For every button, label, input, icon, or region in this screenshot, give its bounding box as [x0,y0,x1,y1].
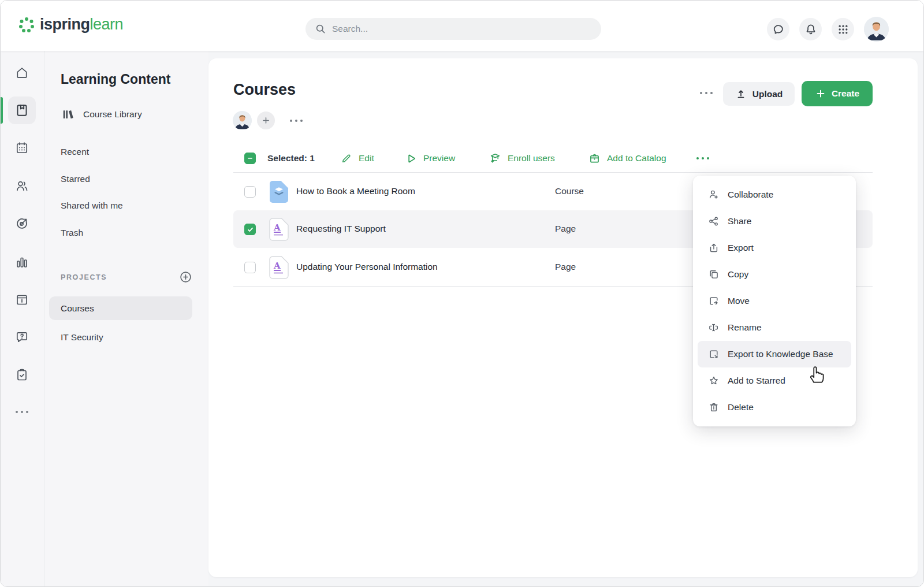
collaborators-more-button[interactable] [286,116,306,125]
ellipsis-icon [16,411,28,413]
notifications-button[interactable] [799,18,822,40]
preview-label: Preview [423,153,455,164]
add-project-button[interactable] [179,270,192,284]
sidebar-item-course-library[interactable]: Course Library [62,108,142,121]
app-window: ispringlearn Search... [0,0,924,587]
rail-item-tasks[interactable] [9,362,35,388]
enroll-users-icon [489,152,501,165]
row-checkbox[interactable] [244,186,256,198]
copy-icon [708,269,720,280]
row-context-menu: Collaborate Share Export Copy [693,176,856,426]
row-title[interactable]: How to Book a Meeting Room [296,186,415,196]
rail-item-users[interactable] [9,173,35,199]
projects-header: PROJECTS [61,270,192,284]
profile-avatar[interactable] [864,17,889,42]
trash-icon [708,402,720,413]
rail-item-learning-content[interactable] [9,98,35,123]
share-icon [708,216,720,227]
menu-item-label: Copy [728,269,748,280]
selection-toolbar: Selected: 1 Edit Preview [208,147,918,170]
row-checkbox[interactable] [244,224,256,235]
menu-item-export[interactable]: Export [698,235,851,261]
page-title: Courses [233,81,296,99]
upload-button[interactable]: Upload [723,82,795,106]
apps-button[interactable] [832,18,854,40]
export-icon [708,242,720,254]
menu-item-label: Collaborate [728,190,773,200]
row-type: Course [555,186,584,196]
rename-icon [708,322,720,333]
row-title[interactable]: Requesting IT Support [296,224,386,234]
course-file-icon [269,180,289,203]
chat-icon [772,23,785,36]
menu-item-rename[interactable]: Rename [698,314,851,341]
menu-item-delete[interactable]: Delete [698,394,851,421]
search-input[interactable]: Search... [305,18,601,40]
plus-circle-icon [179,270,192,284]
create-label: Create [832,88,859,99]
sidebar-project-it-security[interactable]: IT Security [61,332,103,343]
menu-item-label: Add to Starred [728,376,785,386]
rail-item-info-portal[interactable] [9,287,35,313]
info-panel-icon [15,293,29,307]
edit-action[interactable]: Edit [340,147,374,170]
add-to-catalog-action[interactable]: Add to Catalog [588,147,666,170]
book-icon [15,103,29,117]
learning-content-sidebar: Learning Content Course Library Recent S… [44,51,208,586]
bar-chart-icon [15,255,29,269]
course-library-icon [62,108,74,121]
enroll-users-action[interactable]: Enroll users [489,147,555,170]
menu-item-label: Delete [728,402,754,413]
rail-item-goals[interactable] [9,211,35,236]
brand-logo[interactable]: ispringlearn [18,16,123,34]
menu-item-label: Export to Knowledge Base [728,349,833,359]
rail-item-help[interactable] [9,324,35,350]
rail-item-reports[interactable] [9,250,35,275]
upload-icon [735,88,747,100]
menu-item-export-to-knowledge-base[interactable]: Export to Knowledge Base [698,341,851,367]
users-icon [15,179,29,193]
owner-avatar[interactable] [233,111,252,130]
create-button[interactable]: Create [802,81,873,106]
toolbar-more-button[interactable] [696,147,709,170]
selected-count: Selected: 1 [267,147,315,170]
rail-item-home[interactable] [9,60,35,86]
page-file-icon: A [269,218,289,241]
menu-item-label: Move [728,296,750,306]
page-file-icon: A [269,256,289,279]
sidebar-link-trash[interactable]: Trash [61,228,83,238]
upload-label: Upload [752,89,783,99]
menu-item-move[interactable]: Move [698,288,851,314]
sidebar-project-courses[interactable]: Courses [49,296,192,320]
calendar-icon [15,141,29,155]
row-checkbox[interactable] [244,262,256,273]
row-type: Page [555,224,576,234]
sidebar-link-recent[interactable]: Recent [61,147,89,157]
top-bar: ispringlearn Search... [1,1,923,51]
menu-item-share[interactable]: Share [698,208,851,235]
select-all-checkbox[interactable] [244,147,256,170]
svg-text:A: A [273,222,281,233]
edit-pencil-icon [340,153,352,165]
chat-button[interactable] [767,18,789,40]
sidebar-link-starred[interactable]: Starred [61,174,90,184]
page-more-button[interactable] [696,88,716,98]
rail-item-more[interactable] [9,399,35,425]
plus-icon [261,116,271,125]
sidebar-link-shared-with-me[interactable]: Shared with me [61,200,123,211]
menu-item-add-to-starred[interactable]: Add to Starred [698,367,851,394]
add-collaborator-button[interactable] [257,112,275,129]
preview-action[interactable]: Preview [405,147,455,170]
project-it-security-label: IT Security [61,332,103,342]
row-title[interactable]: Updating Your Personal Information [296,262,438,272]
collaborators-row [233,111,306,130]
menu-item-copy[interactable]: Copy [698,261,851,288]
add-to-catalog-icon [588,153,601,165]
clipboard-check-icon [15,368,29,382]
menu-item-collaborate[interactable]: Collaborate [698,181,851,208]
icon-rail [1,51,44,586]
rail-item-calendar[interactable] [9,135,35,161]
logo-text-secondary: learn [90,16,124,33]
enroll-users-label: Enroll users [508,153,555,164]
search-icon [315,23,326,35]
